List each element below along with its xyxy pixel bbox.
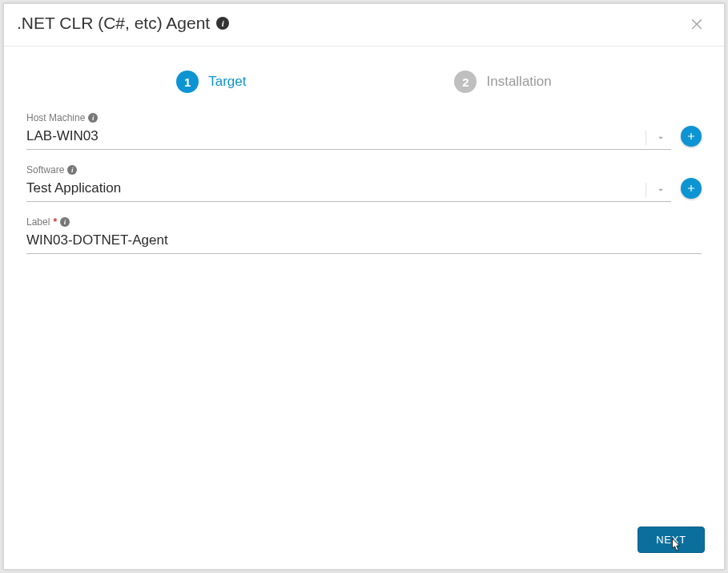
label-text: Host Machine <box>26 112 85 123</box>
plus-icon <box>686 183 697 194</box>
software-input[interactable] <box>26 177 671 202</box>
field-label-name: Label* i <box>26 216 702 254</box>
plus-icon <box>686 131 697 142</box>
next-button[interactable]: NEXT <box>638 527 705 553</box>
close-icon <box>689 15 705 31</box>
field-host-machine: Host Machine i <box>26 112 702 150</box>
add-software-button[interactable] <box>681 178 702 199</box>
step-label: Installation <box>486 74 551 90</box>
info-icon[interactable]: i <box>67 165 77 175</box>
field-label: Host Machine i <box>26 112 671 123</box>
next-button-label: NEXT <box>656 534 686 546</box>
field-label: Software i <box>26 164 671 176</box>
field-software: Software i <box>26 164 702 202</box>
step-label: Target <box>208 74 246 90</box>
label-text: Software <box>26 164 64 176</box>
label-input[interactable] <box>26 229 702 254</box>
host-machine-input[interactable] <box>26 125 671 150</box>
form-area: Host Machine i Software <box>4 112 724 268</box>
info-icon[interactable]: i <box>60 217 70 227</box>
add-host-button[interactable] <box>681 126 702 147</box>
modal-header: .NET CLR (C#, etc) Agent i <box>4 4 724 46</box>
label-text: Label <box>26 216 50 228</box>
required-marker: * <box>53 216 57 228</box>
step-installation[interactable]: 2 Installation <box>454 71 551 93</box>
step-number: 1 <box>176 71 199 93</box>
step-target[interactable]: 1 Target <box>176 71 246 93</box>
info-icon[interactable]: i <box>216 17 229 30</box>
step-number: 2 <box>454 71 477 93</box>
modal-footer: NEXT <box>4 512 724 569</box>
modal-title: .NET CLR (C#, etc) Agent <box>17 14 210 33</box>
field-label: Label* i <box>26 216 702 228</box>
close-button[interactable] <box>686 12 708 34</box>
info-icon[interactable]: i <box>88 113 98 123</box>
modal-title-wrap: .NET CLR (C#, etc) Agent i <box>17 14 229 33</box>
stepper: 1 Target 2 Installation <box>4 46 724 112</box>
agent-setup-modal: .NET CLR (C#, etc) Agent i 1 Target 2 In… <box>3 3 725 570</box>
